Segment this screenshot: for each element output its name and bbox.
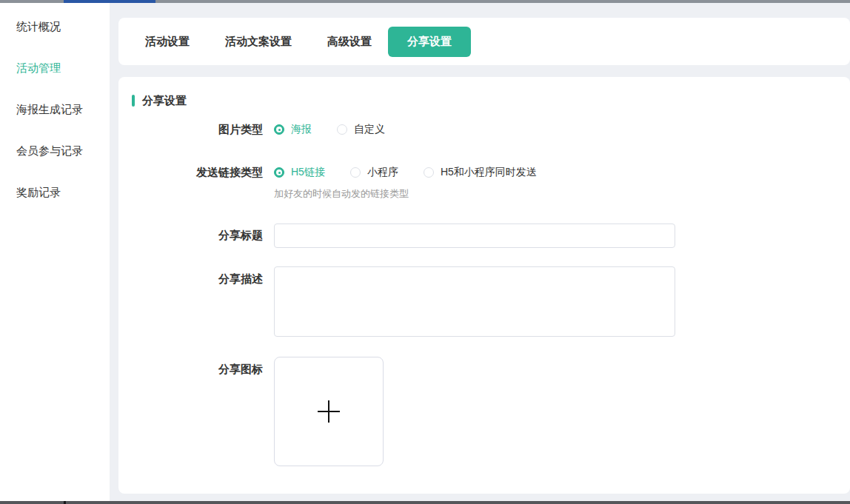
radio-option-label: H5链接 xyxy=(291,166,325,179)
share-title-input[interactable] xyxy=(274,224,675,248)
radio-unchecked-icon[interactable] xyxy=(337,124,347,135)
sidebar-item-label: 活动管理 xyxy=(16,61,61,75)
link-type-helper-text: 加好友的时候自动发的链接类型 xyxy=(274,186,409,201)
sidebar-item-member-participation[interactable]: 会员参与记录 xyxy=(0,139,110,163)
sidebar-item-label: 统计概况 xyxy=(16,20,61,34)
tab-advanced-settings[interactable]: 高级设置 xyxy=(327,35,372,49)
sidebar-item-label: 奖励记录 xyxy=(16,186,61,200)
sidebar-item-label: 海报生成记录 xyxy=(16,103,83,117)
main-area: 活动设置 活动文案设置 高级设置 分享设置 分享设置 图片类型 海报 自定义 xyxy=(110,3,850,501)
link-type-label: 发送链接类型 xyxy=(118,166,263,180)
radio-option-h5-and-mini-program[interactable]: H5和小程序同时发送 xyxy=(424,166,537,179)
radio-option-label: 小程序 xyxy=(367,166,398,179)
top-scrollbar-track xyxy=(0,0,850,3)
share-title-label: 分享标题 xyxy=(118,229,263,243)
top-scrollbar-thumb[interactable] xyxy=(64,0,155,3)
sidebar-item-label: 会员参与记录 xyxy=(16,144,83,158)
radio-option-mini-program[interactable]: 小程序 xyxy=(350,166,398,179)
tab-activity-settings[interactable]: 活动设置 xyxy=(145,35,190,49)
image-type-label: 图片类型 xyxy=(118,123,263,137)
form-row-share-description: 分享描述 xyxy=(118,266,850,337)
radio-option-label: H5和小程序同时发送 xyxy=(441,166,537,179)
form-row-share-title: 分享标题 xyxy=(118,224,850,248)
tab-bar: 活动设置 活动文案设置 高级设置 分享设置 xyxy=(118,18,850,65)
radio-option-poster[interactable]: 海报 xyxy=(274,123,312,136)
form-row-link-type-helper: 加好友的时候自动发的链接类型 xyxy=(118,186,850,199)
radio-unchecked-icon[interactable] xyxy=(350,167,361,178)
share-settings-panel: 分享设置 图片类型 海报 自定义 发送链接类型 H5链 xyxy=(118,77,850,494)
radio-option-label: 自定义 xyxy=(354,123,385,136)
tab-share-settings[interactable]: 分享设置 xyxy=(388,27,471,57)
share-description-textarea[interactable] xyxy=(274,266,675,337)
section-accent-bar xyxy=(132,95,135,107)
sidebar-item-stats-overview[interactable]: 统计概况 xyxy=(0,15,110,38)
radio-option-label: 海报 xyxy=(291,123,312,136)
share-icon-label: 分享图标 xyxy=(118,357,263,377)
radio-option-custom[interactable]: 自定义 xyxy=(337,123,385,136)
bottom-scrollbar[interactable] xyxy=(0,501,850,504)
section-title: 分享设置 xyxy=(142,94,187,108)
image-type-radio-group: 海报 自定义 xyxy=(274,123,410,136)
sidebar: 统计概况 活动管理 海报生成记录 会员参与记录 奖励记录 xyxy=(0,3,110,501)
radio-checked-icon[interactable] xyxy=(274,167,284,178)
tab-activity-copy-settings[interactable]: 活动文案设置 xyxy=(225,35,292,49)
section-header: 分享设置 xyxy=(118,94,850,107)
sidebar-item-reward-records[interactable]: 奖励记录 xyxy=(0,181,110,204)
plus-icon xyxy=(318,400,340,423)
sidebar-item-activity-management[interactable]: 活动管理 xyxy=(0,56,110,80)
link-type-radio-group: H5链接 小程序 H5和小程序同时发送 xyxy=(274,166,562,179)
form-row-share-icon: 分享图标 xyxy=(118,357,850,466)
radio-checked-icon[interactable] xyxy=(274,124,284,135)
sidebar-item-poster-records[interactable]: 海报生成记录 xyxy=(0,98,110,121)
share-description-label: 分享描述 xyxy=(118,266,263,286)
radio-unchecked-icon[interactable] xyxy=(424,167,434,178)
bottom-scrollbar-notch xyxy=(64,501,66,504)
form-row-link-type: 发送链接类型 H5链接 小程序 H5和小程序同时发送 xyxy=(118,165,850,180)
radio-option-h5-link[interactable]: H5链接 xyxy=(274,166,325,179)
share-icon-upload-box[interactable] xyxy=(274,357,384,466)
form-row-image-type: 图片类型 海报 自定义 xyxy=(118,122,850,137)
